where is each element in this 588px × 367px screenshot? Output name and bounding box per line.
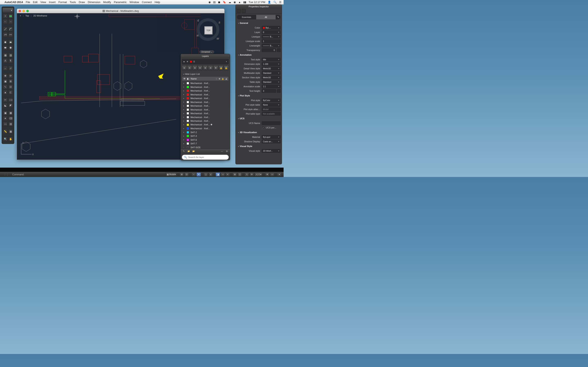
scale-tool[interactable]: ⤡: [3, 84, 8, 89]
layer-color-swatch[interactable]: [187, 135, 189, 137]
user-icon[interactable]: 👤: [268, 1, 271, 4]
stretch-tool[interactable]: ⊡: [8, 84, 13, 89]
collapse-layers-button[interactable]: —: [220, 150, 224, 153]
sc-toggle[interactable]: ◫: [237, 173, 242, 176]
layer-row[interactable]: ●SHT-7: [182, 142, 229, 146]
text-height-input[interactable]: 3: [262, 89, 276, 93]
layer-visibility-icon[interactable]: ●: [183, 131, 187, 133]
otrack-toggle[interactable]: ∠: [208, 173, 213, 176]
layer-visibility-icon[interactable]: ●: [183, 98, 187, 99]
measure-tool[interactable]: 📏: [3, 129, 8, 134]
layer-row[interactable]: ●SHT-3: [182, 134, 229, 138]
layer-row[interactable]: ●Mechanical - Xref...: [182, 89, 229, 93]
layer-iso-button[interactable]: ≋: [187, 66, 192, 70]
sync-icon[interactable]: ☁: [228, 1, 231, 4]
menu-view[interactable]: View: [40, 1, 46, 4]
viewcube-west[interactable]: W: [217, 37, 219, 40]
search-icon[interactable]: 🔍: [273, 1, 277, 4]
layer-color-swatch[interactable]: [187, 101, 189, 103]
rectangle-tool[interactable]: [8, 40, 13, 44]
insert-tool[interactable]: ▦: [8, 110, 13, 115]
zoom-window-button[interactable]: [26, 10, 29, 12]
osnap-toggle[interactable]: ◻: [204, 173, 208, 176]
ucs-name-input[interactable]: [262, 121, 281, 125]
layer-visibility-icon[interactable]: ●: [183, 135, 187, 137]
anno-scale-dropdown[interactable]: 人 1:1 ▾: [254, 173, 262, 176]
color-dropdown[interactable]: ByL...▼: [262, 26, 281, 30]
leader-tool[interactable]: ⬀: [8, 66, 13, 71]
layer-row[interactable]: ○SHT-SIZE: [182, 146, 229, 149]
layer-row[interactable]: ●Mechanical - Xref...: [182, 127, 229, 131]
menu-draw[interactable]: Draw: [79, 1, 85, 4]
lock-column-icon[interactable]: 🔒: [222, 78, 224, 80]
section-plot-style[interactable]: Plot Style: [236, 93, 282, 98]
layer-color-swatch[interactable]: [187, 97, 189, 99]
layer-column-header[interactable]: 👁 ◧ Name ◇ ✲ 🔒 🖨: [182, 76, 229, 81]
layers-panel-title[interactable]: Layers: [181, 54, 230, 58]
name-column-header[interactable]: Name: [191, 77, 216, 80]
menu-list-icon[interactable]: ☰: [279, 1, 282, 4]
layer-off-button[interactable]: ≋: [198, 66, 203, 70]
layer-tool[interactable]: ▭: [3, 122, 8, 126]
viewcube-south[interactable]: S: [218, 21, 220, 24]
linetype-scale-input[interactable]: 1: [262, 39, 281, 43]
workspace-button[interactable]: ✲: [265, 173, 269, 176]
minimize-window-button[interactable]: [22, 10, 25, 12]
layer-visibility-icon[interactable]: ●: [183, 94, 187, 95]
viewport-style-label[interactable]: 2D Wireframe: [33, 15, 47, 17]
menu-modify[interactable]: Modify: [103, 1, 111, 4]
visual-style-dropdown[interactable]: 2D Wiref...▼: [262, 149, 281, 153]
layer-row[interactable]: ●Mechanical - Xref...: [182, 119, 229, 123]
spline-tool[interactable]: [8, 32, 13, 37]
viewcube-north[interactable]: N: [197, 34, 199, 37]
essentials-tab[interactable]: Essentials: [237, 15, 256, 19]
layer-row[interactable]: ●SHT-2: [182, 131, 229, 134]
text-tool[interactable]: A: [3, 58, 8, 63]
layer-visibility-icon[interactable]: ●: [183, 90, 187, 92]
layer-row[interactable]: ●SHT-6: [182, 138, 229, 142]
customize-button[interactable]: ▾: [277, 173, 282, 176]
layer-row[interactable]: ●Mechanical - Xref...: [182, 81, 229, 85]
layer-walk-button[interactable]: 🔒: [219, 66, 224, 70]
menu-insert[interactable]: Insert: [49, 1, 56, 4]
section-3d-viz[interactable]: 3D Visualization: [236, 130, 282, 135]
qp-toggle[interactable]: ⊞: [233, 173, 237, 176]
tool-palette-header[interactable]: [3, 8, 13, 12]
anno-vis-toggle[interactable]: 人: [245, 173, 249, 176]
array-tool[interactable]: ⊞: [8, 79, 13, 83]
undo-tool[interactable]: ←: [3, 19, 8, 24]
layer-dropdown[interactable]: 0▼: [262, 30, 281, 34]
menu-dimension[interactable]: Dimension: [88, 1, 100, 4]
layer-row[interactable]: ●Mechanical - Xref...: [182, 111, 229, 115]
clock-text[interactable]: Tue 12:17 PM: [249, 1, 265, 4]
layer-visibility-icon[interactable]: ●: [183, 116, 187, 118]
layer-row[interactable]: ●Mechanical - Xref...: [182, 104, 229, 108]
lwt-toggle[interactable]: ≡: [225, 173, 230, 176]
layer-color-swatch[interactable]: [187, 127, 189, 129]
layer-visibility-icon[interactable]: ●: [183, 86, 187, 88]
chamfer-tool[interactable]: ◤: [8, 103, 13, 108]
layer-visibility-icon[interactable]: ●: [183, 139, 187, 141]
layer-visibility-icon[interactable]: ○: [183, 146, 187, 148]
menu-connect[interactable]: Connect: [142, 1, 152, 4]
layer-prev-button[interactable]: ✲: [213, 66, 218, 70]
command-input[interactable]: [26, 173, 164, 176]
menu-tools[interactable]: Tools: [70, 1, 76, 4]
rotate-tool[interactable]: ⟳: [8, 73, 13, 78]
pan-tool[interactable]: ✋: [8, 137, 13, 141]
lineweight-dropdown[interactable]: B...▼: [262, 44, 281, 48]
menu-help[interactable]: Help: [155, 1, 160, 4]
reader-icon[interactable]: ◼: [218, 1, 220, 4]
copy-tool[interactable]: ▣: [3, 79, 8, 83]
layer-visibility-icon[interactable]: ●: [183, 120, 187, 122]
section-general[interactable]: General: [236, 21, 282, 25]
visibility-column-icon[interactable]: 👁: [183, 77, 187, 80]
layer-visibility-icon[interactable]: ●: [183, 101, 187, 103]
open-tool[interactable]: [8, 14, 13, 18]
layer-freeze-button[interactable]: ≋: [192, 66, 197, 70]
detail-view-style-dropdown[interactable]: Metric50▼: [262, 67, 281, 70]
material-dropdown[interactable]: ByLayer▼: [262, 135, 281, 139]
ortho-toggle[interactable]: ⌐: [191, 173, 196, 176]
layer-row[interactable]: ●Mechanical - Xref...: [182, 96, 229, 100]
layer-color-swatch[interactable]: [187, 142, 189, 145]
